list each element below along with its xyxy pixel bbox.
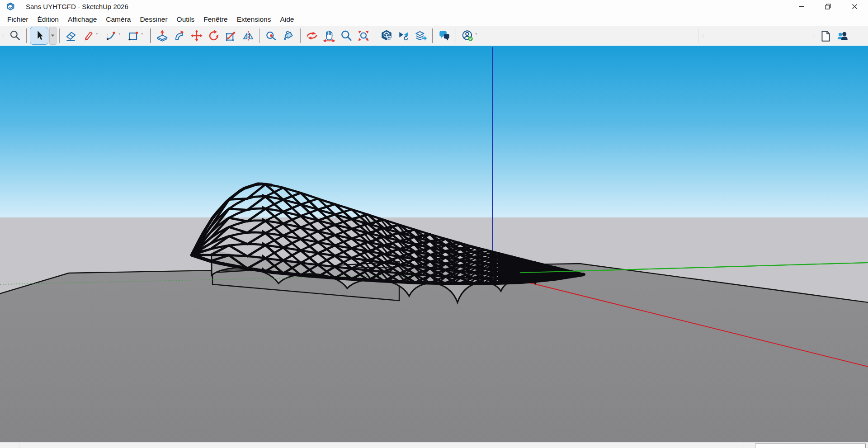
select-tool-dropdown[interactable] [49,27,57,45]
toolbar [0,26,868,45]
move-tool-button[interactable] [188,27,205,45]
toolbar-separator [300,28,301,43]
menu-outils[interactable]: Outils [172,15,199,24]
toolbar-separator [26,28,27,43]
pan-tool-button[interactable] [321,27,338,45]
extension-warehouse-button[interactable] [395,27,412,45]
ground-plane[interactable] [0,264,868,443]
measurements-box[interactable] [755,443,866,448]
menu-extensions[interactable]: Extensions [232,15,276,24]
status-separator [744,443,744,448]
zoom-tool-button[interactable] [338,27,355,45]
title-bar: Sans UYHTGFD - SketchUp 2026 [0,0,868,13]
rotate-tool-button[interactable] [205,27,222,45]
toolbar-grip [811,28,817,45]
share-collaborate-button[interactable] [834,27,851,45]
menu-fichier[interactable]: Fichier [3,15,33,24]
toolbar-separator [432,28,433,43]
new-document-button[interactable] [817,27,834,45]
menu-dessiner[interactable]: Dessiner [135,15,172,24]
close-button[interactable] [841,0,868,13]
toolbar-separator [59,28,60,43]
status-bar [0,442,868,448]
send-to-layout-button[interactable] [412,27,429,45]
menu-aide[interactable]: Aide [275,15,298,24]
tape-measure-tool-button[interactable] [263,27,280,45]
sky [0,46,868,217]
feedback-chat-button[interactable] [436,27,453,45]
search-tool-button[interactable] [6,27,24,45]
toolbar-separator [456,28,457,43]
toolbar-separator [259,28,260,43]
toolbar-dock-divider [725,28,725,43]
minimize-button[interactable] [788,0,815,13]
menu-edition[interactable]: Édition [33,15,63,24]
menu-affichage[interactable]: Affichage [63,15,101,24]
account-dropdown[interactable] [473,27,481,45]
paint-bucket-tool-button[interactable] [280,27,297,45]
toolbar-separator [150,28,151,43]
orbit-tool-button[interactable] [303,27,321,45]
viewport-3d[interactable] [0,45,868,442]
menu-camera[interactable]: Caméra [101,15,135,24]
toolbar-grip [0,27,6,44]
sketchup-logo [5,1,16,11]
toolbar-dock-divider [698,28,699,43]
shapes-tool-dropdown[interactable] [139,27,147,45]
menu-bar: FichierÉditionAffichageCaméraDessinerOut… [0,13,868,26]
status-separator [19,443,19,448]
flip-tool-button[interactable] [240,27,257,45]
select-tool-button[interactable] [30,27,48,45]
eraser-tool-button[interactable] [62,27,80,45]
followme-tool-button[interactable] [171,27,188,45]
pushpull-tool-button[interactable] [154,27,171,45]
line-tool-dropdown[interactable] [94,27,102,45]
menu-fenetre[interactable]: Fenêtre [199,15,232,24]
toolbar-grip [700,28,706,45]
window-controls [788,0,868,13]
window-title: Sans UYHTGFD - SketchUp 2026 [26,3,128,10]
3d-warehouse-button[interactable] [378,27,395,45]
zoom-extents-button[interactable] [355,27,372,45]
restore-button[interactable] [815,0,841,13]
arc-tool-dropdown[interactable] [117,27,125,45]
toolbar-separator [375,28,376,43]
scale-tool-button[interactable] [222,27,240,45]
